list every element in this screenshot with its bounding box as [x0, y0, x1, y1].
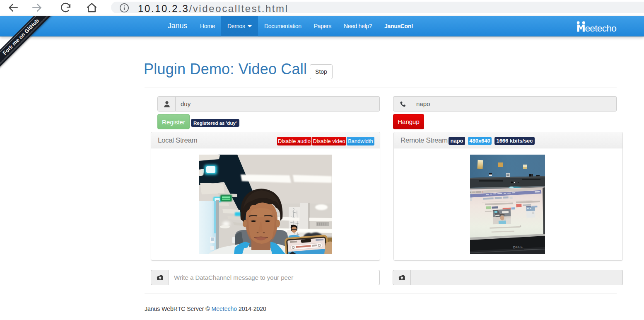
svg-text:eetecho: eetecho	[585, 23, 616, 32]
svg-text:DELL: DELL	[513, 245, 523, 249]
